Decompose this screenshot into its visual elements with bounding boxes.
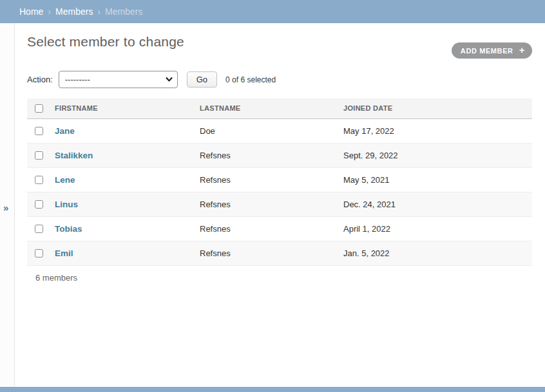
breadcrumb: Home › Members › Members [0, 0, 545, 23]
row-checkbox[interactable] [35, 200, 43, 209]
member-joined-date: Dec. 24, 2021 [343, 192, 532, 216]
table-header-row: FIRSTNAME LASTNAME JOINED DATE [27, 98, 532, 118]
member-lastname: Refsnes [200, 241, 343, 265]
member-firstname-link[interactable]: Emil [55, 248, 73, 258]
row-checkbox[interactable] [35, 249, 43, 257]
member-firstname-link[interactable]: Linus [55, 200, 78, 209]
breadcrumb-separator: › [48, 6, 51, 17]
add-member-button[interactable]: ADD MEMBER + [452, 42, 532, 59]
member-firstname-link[interactable]: Tobias [55, 224, 82, 234]
row-checkbox[interactable] [35, 151, 43, 160]
row-checkbox[interactable] [35, 127, 43, 135]
member-lastname: Refsnes [200, 143, 343, 167]
member-lastname: Refsnes [200, 167, 343, 192]
breadcrumb-separator: › [97, 6, 100, 17]
members-table: FIRSTNAME LASTNAME JOINED DATE Jane Doe … [27, 98, 532, 266]
actions-bar: Action: --------- Go 0 of 6 selected [27, 71, 532, 88]
action-select-wrapper: --------- [59, 71, 178, 88]
column-header-firstname[interactable]: FIRSTNAME [55, 98, 200, 118]
sidebar-expand-toggle[interactable]: » [3, 203, 8, 212]
member-joined-date: May 5, 2021 [343, 167, 532, 192]
table-row: Emil Refsnes Jan. 5, 2022 [27, 241, 532, 265]
member-lastname: Doe [200, 118, 343, 143]
table-row: Jane Doe May 17, 2022 [27, 118, 532, 143]
column-header-lastname[interactable]: LASTNAME [200, 98, 343, 118]
member-firstname-link[interactable]: Lene [55, 175, 75, 185]
action-select[interactable]: --------- [59, 71, 178, 88]
footer-bar [0, 387, 545, 392]
main-content: Select member to change ADD MEMBER + Act… [15, 34, 545, 290]
member-joined-date: April 1, 2022 [343, 216, 532, 241]
table-row: Stalikken Refsnes Sept. 29, 2022 [27, 143, 532, 167]
breadcrumb-current: Members [105, 6, 142, 17]
member-firstname-link[interactable]: Jane [55, 126, 75, 136]
breadcrumb-link-members[interactable]: Members [55, 6, 93, 17]
add-member-label: ADD MEMBER [461, 47, 513, 55]
member-joined-date: May 17, 2022 [343, 118, 532, 143]
member-lastname: Refsnes [200, 192, 343, 216]
member-joined-date: Sept. 29, 2022 [343, 143, 532, 167]
select-all-checkbox[interactable] [35, 104, 43, 113]
breadcrumb-link-home[interactable]: Home [19, 6, 43, 17]
member-joined-date: Jan. 5, 2022 [343, 241, 532, 265]
row-checkbox[interactable] [35, 176, 43, 184]
column-header-joineddate[interactable]: JOINED DATE [343, 98, 532, 118]
table-row: Tobias Refsnes April 1, 2022 [27, 216, 532, 241]
row-checkbox[interactable] [35, 225, 43, 233]
selection-status: 0 of 6 selected [225, 75, 276, 84]
members-count: 6 members [27, 266, 532, 290]
table-row: Lene Refsnes May 5, 2021 [27, 167, 532, 192]
member-lastname: Refsnes [200, 216, 343, 241]
member-firstname-link[interactable]: Stalikken [55, 151, 93, 160]
browser-viewport: Home › Members › Members » Select member… [0, 0, 545, 392]
table-row: Linus Refsnes Dec. 24, 2021 [27, 192, 532, 216]
go-button[interactable]: Go [187, 71, 217, 88]
collapsed-sidebar: » [0, 23, 15, 386]
action-label: Action: [27, 75, 53, 84]
plus-icon: + [519, 45, 525, 55]
